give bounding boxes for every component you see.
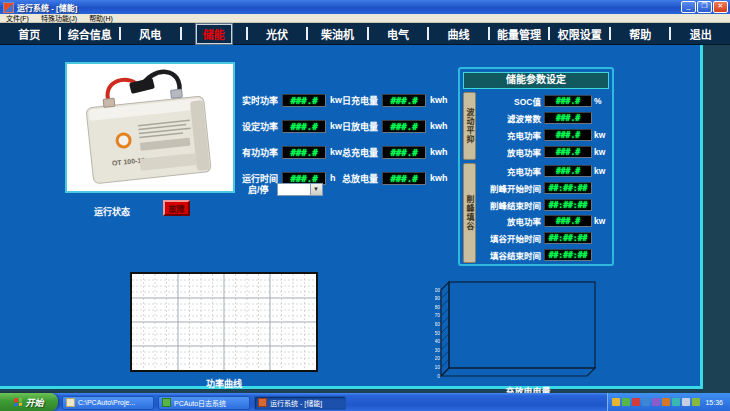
run-status-indicator: 故障 — [163, 200, 190, 216]
setting-row: 充电功率 ###.# kw — [479, 163, 609, 179]
app-window: 运行系统 - [储能] _ ❐ ✕ 文件(F) 特殊功能(J) 帮助(H) 首页… — [0, 0, 730, 411]
soc-display[interactable]: ###.# — [544, 95, 592, 107]
setting-label: 放电功率 — [479, 215, 544, 227]
metric-row: 日充电量 ###.# kwh — [334, 93, 454, 107]
start-stop-value — [278, 184, 310, 195]
battery-image: OT 100-12 — [67, 64, 233, 191]
peak-start-time-display[interactable]: ##:##:## — [544, 182, 592, 194]
start-button-label: 开始 — [25, 396, 43, 409]
setting-row: 放电功率 ###.# kw — [479, 213, 609, 229]
tray-icon[interactable] — [632, 398, 640, 406]
tray-icon[interactable] — [672, 398, 680, 406]
discharge-power-display[interactable]: ###.# — [544, 146, 592, 158]
taskbar: 开始 C:\PCAuto\Proje... PCAuto日志系统 运行系统 - … — [0, 393, 730, 411]
window-title: 运行系统 - [储能] — [17, 2, 680, 13]
metric-label: 设定功率 — [234, 120, 278, 133]
restore-button[interactable]: ❐ — [697, 1, 712, 13]
setting-unit: kw — [592, 147, 609, 157]
start-stop-label: 启/停 — [248, 183, 269, 196]
taskbar-task-run-system[interactable]: 运行系统 - [储能] — [254, 396, 346, 410]
windows-logo-icon — [14, 398, 22, 407]
task-label: C:\PCAuto\Proje... — [78, 399, 135, 406]
setting-label: 填谷开始时间 — [479, 232, 544, 244]
daily-discharge-display: ###.# — [382, 120, 426, 133]
start-button[interactable]: 开始 — [0, 393, 58, 411]
svg-text:10: 10 — [435, 364, 440, 370]
storage-settings-panel: 储能参数设定 波动平抑 SOC值 ###.# % 滤波常数 ###.# — [458, 67, 614, 266]
nav-help[interactable]: 帮助 — [611, 26, 670, 42]
start-stop-select[interactable]: ▼ — [277, 183, 323, 196]
setting-row: 填谷开始时间 ##:##:## — [479, 230, 609, 246]
nav-permissions[interactable]: 权限设置 — [550, 26, 609, 42]
svg-text:80: 80 — [435, 304, 440, 310]
start-stop-row: 启/停 ▼ — [248, 183, 323, 196]
menu-file[interactable]: 文件(F) — [0, 13, 35, 23]
energy-y-axis: 100 90 80 70 60 50 40 30 20 10 0 — [435, 287, 440, 379]
nav-storage[interactable]: 储能 — [196, 24, 232, 44]
tray-icon[interactable] — [682, 398, 690, 406]
power-curve-chart — [130, 272, 318, 372]
valley-start-time-display[interactable]: ##:##:## — [544, 232, 592, 244]
daily-charge-display: ###.# — [382, 94, 426, 107]
tray-icon[interactable] — [622, 398, 630, 406]
chevron-down-icon[interactable]: ▼ — [310, 184, 322, 195]
metric-row: 总充电量 ###.# kwh — [334, 145, 454, 159]
nav-electrical[interactable]: 电气 — [369, 26, 428, 42]
setting-unit: kw — [592, 216, 609, 226]
taskbar-task-log-system[interactable]: PCAuto日志系统 — [158, 396, 250, 410]
peak-shaving-group: 削峰填谷 充电功率 ###.# kw 削峰开始时间 ##:##:## — [463, 163, 609, 263]
valley-end-time-display[interactable]: ##:##:## — [544, 249, 592, 261]
energy-chart-frame: 100 90 80 70 60 50 40 30 20 10 0 — [435, 278, 610, 383]
taskbar-task-explorer[interactable]: C:\PCAuto\Proje... — [62, 396, 154, 410]
metric-label: 日放电量 — [334, 120, 378, 133]
nav-curves[interactable]: 曲线 — [429, 26, 488, 42]
setting-label: 充电功率 — [479, 129, 544, 141]
battery-image-panel: OT 100-12 — [65, 62, 235, 193]
setting-label: SOC值 — [479, 95, 544, 107]
tray-icon[interactable] — [662, 398, 670, 406]
svg-text:100: 100 — [435, 287, 440, 293]
setting-row: 削峰开始时间 ##:##:## — [479, 180, 609, 196]
setting-row: 放电功率 ###.# kw — [479, 144, 609, 160]
tray-icon[interactable] — [652, 398, 660, 406]
menu-special-functions[interactable]: 特殊功能(J) — [35, 13, 83, 23]
nav-exit[interactable]: 退出 — [671, 26, 730, 42]
menu-help[interactable]: 帮助(H) — [83, 13, 119, 23]
nav-home[interactable]: 首页 — [0, 26, 59, 42]
setting-label: 削峰结束时间 — [479, 199, 544, 211]
minimize-button[interactable]: _ — [681, 1, 696, 13]
metric-row: 日放电量 ###.# kwh — [334, 119, 454, 133]
title-bar: 运行系统 - [储能] _ ❐ ✕ — [0, 0, 730, 14]
settings-panel-title: 储能参数设定 — [463, 72, 609, 89]
nav-energy-mgmt[interactable]: 能量管理 — [490, 26, 549, 42]
nav-wind[interactable]: 风电 — [121, 26, 180, 42]
set-power-display[interactable]: ###.# — [282, 120, 326, 133]
setting-row: 削峰结束时间 ##:##:## — [479, 197, 609, 213]
taskbar-clock: 15:36 — [705, 399, 723, 406]
active-power-display: ###.# — [282, 146, 326, 159]
close-button[interactable]: ✕ — [713, 1, 728, 13]
group-side-label: 波动平抑 — [463, 92, 476, 160]
charge-power-display[interactable]: ###.# — [544, 129, 592, 141]
content-panel: OT 100-12 运行状态 故障 实时功率 ###.# kw 设定功率 — [0, 45, 703, 389]
nav-overview[interactable]: 综合信息 — [61, 26, 120, 42]
setting-unit: % — [592, 96, 609, 106]
tray-icon[interactable] — [692, 398, 700, 406]
svg-text:70: 70 — [435, 312, 440, 318]
metric-label: 总充电量 — [334, 146, 378, 159]
tray-icon[interactable] — [642, 398, 650, 406]
peak-end-time-display[interactable]: ##:##:## — [544, 199, 592, 211]
nav-diesel[interactable]: 柴油机 — [308, 26, 367, 42]
main-content: OT 100-12 运行状态 故障 实时功率 ###.# kw 设定功率 — [0, 45, 730, 393]
task-label: PCAuto日志系统 — [174, 398, 226, 408]
filter-constant-display[interactable]: ###.# — [544, 112, 592, 124]
nav-pv[interactable]: 光伏 — [248, 26, 307, 42]
setting-row: 填谷结束时间 ##:##:## — [479, 247, 609, 263]
setting-label: 滤波常数 — [479, 112, 544, 124]
tray-icon[interactable] — [612, 398, 620, 406]
valley-discharge-power-display[interactable]: ###.# — [544, 215, 592, 227]
setting-unit: kw — [592, 166, 609, 176]
svg-text:60: 60 — [435, 321, 440, 327]
peak-charge-power-display[interactable]: ###.# — [544, 165, 592, 177]
setting-row: SOC值 ###.# % — [479, 93, 609, 109]
